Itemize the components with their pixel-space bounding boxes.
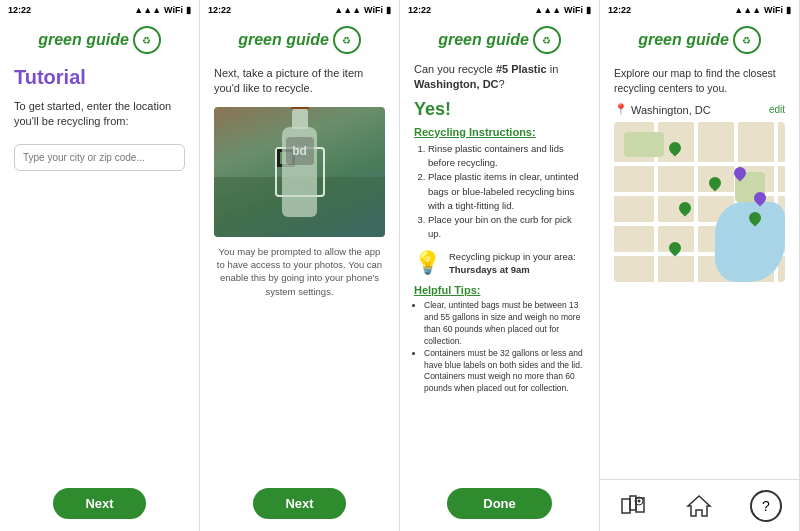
battery-icon-4: ▮ <box>786 5 791 15</box>
status-bar-1: 12:22 ▲▲▲ WiFi ▮ <box>0 0 199 20</box>
screen2-button-area: Next <box>200 480 399 531</box>
camera-description: Next, take a picture of the item you'd l… <box>214 66 385 97</box>
time-1: 12:22 <box>8 5 31 15</box>
home-nav-icon <box>685 492 713 520</box>
status-bar-3: 12:22 ▲▲▲ WiFi ▮ <box>400 0 599 20</box>
instruction-3: Place your bin on the curb for pick up. <box>428 213 585 242</box>
question-mark: ? <box>762 498 770 514</box>
app-name-2: green guide <box>238 31 329 49</box>
nav-bar: ? <box>600 479 799 531</box>
pickup-box: 💡 Recycling pickup in your area: Thursda… <box>414 250 585 277</box>
map-location-left: 📍 Washington, DC <box>614 103 711 116</box>
map-nav-icon <box>619 492 647 520</box>
wifi-icon-3: WiFi <box>564 5 583 15</box>
svg-rect-0 <box>622 499 630 513</box>
bottle-neck <box>292 109 308 129</box>
screen1-button-area: Next <box>0 480 199 531</box>
nav-map[interactable] <box>608 486 658 526</box>
app-logo-1: green guide ♻ <box>38 26 161 54</box>
bottle-image: bd <box>214 107 385 237</box>
signal-icon: ▲▲▲ <box>134 5 161 15</box>
app-header-1: green guide ♻ <box>0 20 199 58</box>
logo-circle-3: ♻ <box>533 26 561 54</box>
location-pin-icon: 📍 <box>614 103 628 116</box>
svg-marker-5 <box>688 496 710 516</box>
helpful-tips-list: Clear, untinted bags must be between 13 … <box>414 300 585 395</box>
map-city-name: Washington, DC <box>631 104 711 116</box>
instructions-title: Recycling Instructions: <box>414 126 585 138</box>
tutorial-title: Tutorial <box>14 66 185 89</box>
app-header-4: green guide ♻ <box>600 20 799 58</box>
recycle-symbol-1: ♻ <box>142 35 151 46</box>
wifi-icon-4: WiFi <box>764 5 783 15</box>
screen3-main: Can you recycle #5 Plastic in Washington… <box>400 58 599 480</box>
map-pin-3[interactable] <box>677 200 694 217</box>
time-3: 12:22 <box>408 5 431 15</box>
helpful-title: Helpful Tips: <box>414 284 585 296</box>
recycle-symbol-4: ♻ <box>742 35 751 46</box>
screen4-content: Explore our map to find the closest recy… <box>600 58 799 479</box>
tip-2: Containers must be 32 gallons or less an… <box>424 348 585 396</box>
pickup-time: Thursdays at 9am <box>449 264 530 275</box>
map-green-1 <box>624 132 664 157</box>
location-name: Washington, DC <box>414 78 499 90</box>
app-name-1: green guide <box>38 31 129 49</box>
instructions-list: Rinse plastic containers and lids before… <box>414 142 585 242</box>
screen-recycling-info: 12:22 ▲▲▲ WiFi ▮ green guide ♻ Can you r… <box>400 0 600 531</box>
instruction-1: Rinse plastic containers and lids before… <box>428 142 585 171</box>
recycle-symbol-3: ♻ <box>542 35 551 46</box>
time-4: 12:22 <box>608 5 631 15</box>
location-input[interactable] <box>14 144 185 171</box>
wifi-icon-2: WiFi <box>364 5 383 15</box>
app-logo-3: green guide ♻ <box>438 26 561 54</box>
screen3-button-area: Done <box>400 480 599 531</box>
signal-icon-2: ▲▲▲ <box>334 5 361 15</box>
app-name-3: green guide <box>438 31 529 49</box>
svg-point-4 <box>638 499 641 502</box>
screen2-content: Next, take a picture of the item you'd l… <box>200 58 399 480</box>
road-v2 <box>694 122 698 282</box>
time-2: 12:22 <box>208 5 231 15</box>
signal-icon-3: ▲▲▲ <box>534 5 561 15</box>
done-button[interactable]: Done <box>447 488 552 519</box>
photo-permission-text: You may be prompted to allow the app to … <box>214 245 385 298</box>
lightbulb-icon: 💡 <box>414 250 441 276</box>
bottle-body: bd <box>282 127 317 217</box>
yes-text: Yes! <box>414 99 585 120</box>
app-logo-4: green guide ♻ <box>638 26 761 54</box>
map-description: Explore our map to find the closest recy… <box>614 66 785 95</box>
nav-help[interactable]: ? <box>741 486 791 526</box>
edit-link[interactable]: edit <box>769 104 785 115</box>
status-bar-4: 12:22 ▲▲▲ WiFi ▮ <box>600 0 799 20</box>
status-bar-2: 12:22 ▲▲▲ WiFi ▮ <box>200 0 399 20</box>
battery-icon-3: ▮ <box>586 5 591 15</box>
map-pin-2[interactable] <box>707 175 724 192</box>
signal-icon-4: ▲▲▲ <box>734 5 761 15</box>
map-location-bar: 📍 Washington, DC edit <box>614 103 785 116</box>
screen-map: 12:22 ▲▲▲ WiFi ▮ green guide ♻ Explore o… <box>600 0 800 531</box>
battery-icon: ▮ <box>186 5 191 15</box>
screen1-content: Tutorial To get started, enter the locat… <box>0 58 199 480</box>
screen-tutorial: 12:22 ▲▲▲ WiFi ▮ green guide ♻ Tutorial … <box>0 0 200 531</box>
logo-circle-2: ♻ <box>333 26 361 54</box>
tutorial-description: To get started, enter the location you'l… <box>14 99 185 130</box>
next-button-2[interactable]: Next <box>253 488 345 519</box>
recycle-symbol-2: ♻ <box>342 35 351 46</box>
screen-camera: 12:22 ▲▲▲ WiFi ▮ green guide ♻ Next, tak… <box>200 0 400 531</box>
map-container[interactable] <box>614 122 785 282</box>
app-logo-2: green guide ♻ <box>238 26 361 54</box>
help-circle-icon: ? <box>750 490 782 522</box>
plastic-type: #5 Plastic <box>496 63 547 75</box>
next-button-1[interactable]: Next <box>53 488 145 519</box>
instruction-2: Place plastic items in clear, untinted b… <box>428 170 585 213</box>
pickup-text: Recycling pickup in your area: Thursdays… <box>449 250 576 277</box>
app-header-3: green guide ♻ <box>400 20 599 58</box>
recycle-question: Can you recycle #5 Plastic in Washington… <box>414 62 585 93</box>
wifi-icon: WiFi <box>164 5 183 15</box>
app-header-2: green guide ♻ <box>200 20 399 58</box>
logo-circle-4: ♻ <box>733 26 761 54</box>
app-name-4: green guide <box>638 31 729 49</box>
nav-home[interactable] <box>674 486 724 526</box>
map-pin-1[interactable] <box>667 140 684 157</box>
logo-circle-1: ♻ <box>133 26 161 54</box>
